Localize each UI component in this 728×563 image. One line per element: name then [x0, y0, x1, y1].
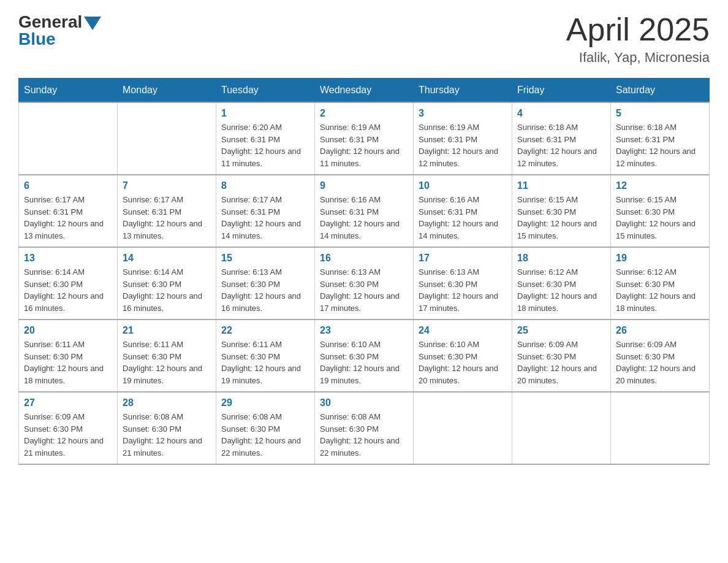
calendar-day-header: Monday: [118, 79, 216, 103]
calendar-cell: 21Sunrise: 6:11 AMSunset: 6:30 PMDayligh…: [118, 320, 216, 392]
day-info: Sunrise: 6:13 AMSunset: 6:30 PMDaylight:…: [320, 266, 408, 314]
day-number: 17: [419, 253, 507, 264]
day-number: 8: [221, 180, 309, 191]
day-info: Sunrise: 6:14 AMSunset: 6:30 PMDaylight:…: [123, 266, 211, 314]
calendar-cell: [118, 102, 216, 175]
day-info: Sunrise: 6:12 AMSunset: 6:30 PMDaylight:…: [616, 266, 704, 314]
calendar-cell: 25Sunrise: 6:09 AMSunset: 6:30 PMDayligh…: [512, 320, 611, 392]
day-number: 12: [616, 180, 704, 191]
day-number: 1: [221, 108, 309, 119]
calendar-cell: 7Sunrise: 6:17 AMSunset: 6:31 PMDaylight…: [118, 175, 216, 247]
calendar-day-header: Thursday: [414, 79, 512, 103]
calendar-cell: [512, 392, 611, 464]
calendar-week-row: 1Sunrise: 6:20 AMSunset: 6:31 PMDaylight…: [19, 102, 710, 175]
calendar-cell: 1Sunrise: 6:20 AMSunset: 6:31 PMDaylight…: [216, 102, 315, 175]
calendar-table: SundayMondayTuesdayWednesdayThursdayFrid…: [18, 78, 710, 465]
page-header: General Blue April 2025 Ifalik, Yap, Mic…: [18, 12, 710, 66]
day-number: 30: [320, 397, 408, 408]
title-section: April 2025 Ifalik, Yap, Micronesia: [566, 12, 710, 66]
day-number: 28: [123, 397, 211, 408]
calendar-day-header: Sunday: [19, 79, 118, 103]
day-info: Sunrise: 6:18 AMSunset: 6:31 PMDaylight:…: [616, 121, 704, 169]
calendar-week-row: 13Sunrise: 6:14 AMSunset: 6:30 PMDayligh…: [19, 247, 710, 320]
main-title: April 2025: [566, 12, 710, 47]
day-number: 6: [24, 180, 112, 191]
calendar-week-row: 20Sunrise: 6:11 AMSunset: 6:30 PMDayligh…: [19, 320, 710, 392]
day-info: Sunrise: 6:18 AMSunset: 6:31 PMDaylight:…: [517, 121, 605, 169]
day-number: 9: [320, 180, 408, 191]
calendar-cell: 23Sunrise: 6:10 AMSunset: 6:30 PMDayligh…: [315, 320, 414, 392]
calendar-cell: 8Sunrise: 6:17 AMSunset: 6:31 PMDaylight…: [216, 175, 315, 247]
day-number: 29: [221, 397, 309, 408]
calendar-cell: 14Sunrise: 6:14 AMSunset: 6:30 PMDayligh…: [118, 247, 216, 320]
day-info: Sunrise: 6:11 AMSunset: 6:30 PMDaylight:…: [123, 339, 211, 386]
day-info: Sunrise: 6:13 AMSunset: 6:30 PMDaylight:…: [221, 266, 309, 314]
day-info: Sunrise: 6:15 AMSunset: 6:30 PMDaylight:…: [616, 194, 704, 242]
calendar-day-header: Tuesday: [216, 79, 315, 103]
calendar-cell: 3Sunrise: 6:19 AMSunset: 6:31 PMDaylight…: [414, 102, 512, 175]
calendar-cell: 10Sunrise: 6:16 AMSunset: 6:31 PMDayligh…: [414, 175, 512, 247]
calendar-cell: [611, 392, 710, 464]
calendar-cell: 15Sunrise: 6:13 AMSunset: 6:30 PMDayligh…: [216, 247, 315, 320]
calendar-header-row: SundayMondayTuesdayWednesdayThursdayFrid…: [19, 79, 710, 103]
day-number: 25: [517, 325, 605, 336]
day-info: Sunrise: 6:14 AMSunset: 6:30 PMDaylight:…: [24, 266, 112, 314]
day-number: 14: [123, 253, 211, 264]
calendar-cell: [19, 102, 118, 175]
calendar-cell: 22Sunrise: 6:11 AMSunset: 6:30 PMDayligh…: [216, 320, 315, 392]
calendar-cell: 19Sunrise: 6:12 AMSunset: 6:30 PMDayligh…: [611, 247, 710, 320]
day-info: Sunrise: 6:16 AMSunset: 6:31 PMDaylight:…: [320, 194, 408, 242]
calendar-cell: 20Sunrise: 6:11 AMSunset: 6:30 PMDayligh…: [19, 320, 118, 392]
calendar-cell: 28Sunrise: 6:08 AMSunset: 6:30 PMDayligh…: [118, 392, 216, 464]
day-number: 15: [221, 253, 309, 264]
calendar-cell: 29Sunrise: 6:08 AMSunset: 6:30 PMDayligh…: [216, 392, 315, 464]
calendar-cell: 9Sunrise: 6:16 AMSunset: 6:31 PMDaylight…: [315, 175, 414, 247]
calendar-cell: 26Sunrise: 6:09 AMSunset: 6:30 PMDayligh…: [611, 320, 710, 392]
calendar-day-header: Saturday: [611, 79, 710, 103]
calendar-cell: 17Sunrise: 6:13 AMSunset: 6:30 PMDayligh…: [414, 247, 512, 320]
day-number: 2: [320, 108, 408, 119]
calendar-cell: 11Sunrise: 6:15 AMSunset: 6:30 PMDayligh…: [512, 175, 611, 247]
day-number: 21: [123, 325, 211, 336]
day-info: Sunrise: 6:20 AMSunset: 6:31 PMDaylight:…: [221, 121, 309, 169]
calendar-cell: 6Sunrise: 6:17 AMSunset: 6:31 PMDaylight…: [19, 175, 118, 247]
day-info: Sunrise: 6:19 AMSunset: 6:31 PMDaylight:…: [419, 121, 507, 169]
day-number: 16: [320, 253, 408, 264]
day-info: Sunrise: 6:09 AMSunset: 6:30 PMDaylight:…: [616, 339, 704, 386]
day-info: Sunrise: 6:17 AMSunset: 6:31 PMDaylight:…: [24, 194, 112, 242]
day-info: Sunrise: 6:17 AMSunset: 6:31 PMDaylight:…: [221, 194, 309, 242]
day-info: Sunrise: 6:08 AMSunset: 6:30 PMDaylight:…: [320, 411, 408, 459]
day-number: 10: [419, 180, 507, 191]
calendar-week-row: 27Sunrise: 6:09 AMSunset: 6:30 PMDayligh…: [19, 392, 710, 464]
day-info: Sunrise: 6:10 AMSunset: 6:30 PMDaylight:…: [320, 339, 408, 386]
day-number: 22: [221, 325, 309, 336]
day-number: 7: [123, 180, 211, 191]
calendar-cell: 30Sunrise: 6:08 AMSunset: 6:30 PMDayligh…: [315, 392, 414, 464]
day-info: Sunrise: 6:09 AMSunset: 6:30 PMDaylight:…: [517, 339, 605, 386]
day-number: 26: [616, 325, 704, 336]
day-info: Sunrise: 6:12 AMSunset: 6:30 PMDaylight:…: [517, 266, 605, 314]
logo-arrow-icon: [84, 17, 101, 30]
day-info: Sunrise: 6:11 AMSunset: 6:30 PMDaylight:…: [24, 339, 112, 386]
day-info: Sunrise: 6:08 AMSunset: 6:30 PMDaylight:…: [123, 411, 211, 459]
day-info: Sunrise: 6:16 AMSunset: 6:31 PMDaylight:…: [419, 194, 507, 242]
logo: General Blue: [18, 12, 101, 49]
calendar-cell: 27Sunrise: 6:09 AMSunset: 6:30 PMDayligh…: [19, 392, 118, 464]
calendar-cell: 16Sunrise: 6:13 AMSunset: 6:30 PMDayligh…: [315, 247, 414, 320]
day-info: Sunrise: 6:09 AMSunset: 6:30 PMDaylight:…: [24, 411, 112, 459]
calendar-cell: [414, 392, 512, 464]
calendar-cell: 18Sunrise: 6:12 AMSunset: 6:30 PMDayligh…: [512, 247, 611, 320]
calendar-cell: 4Sunrise: 6:18 AMSunset: 6:31 PMDaylight…: [512, 102, 611, 175]
calendar-week-row: 6Sunrise: 6:17 AMSunset: 6:31 PMDaylight…: [19, 175, 710, 247]
calendar-cell: 24Sunrise: 6:10 AMSunset: 6:30 PMDayligh…: [414, 320, 512, 392]
day-info: Sunrise: 6:11 AMSunset: 6:30 PMDaylight:…: [221, 339, 309, 386]
day-number: 18: [517, 253, 605, 264]
calendar-cell: 2Sunrise: 6:19 AMSunset: 6:31 PMDaylight…: [315, 102, 414, 175]
calendar-day-header: Friday: [512, 79, 611, 103]
calendar-cell: 5Sunrise: 6:18 AMSunset: 6:31 PMDaylight…: [611, 102, 710, 175]
day-info: Sunrise: 6:13 AMSunset: 6:30 PMDaylight:…: [419, 266, 507, 314]
calendar-cell: 12Sunrise: 6:15 AMSunset: 6:30 PMDayligh…: [611, 175, 710, 247]
day-info: Sunrise: 6:15 AMSunset: 6:30 PMDaylight:…: [517, 194, 605, 242]
day-number: 3: [419, 108, 507, 119]
location-subtitle: Ifalik, Yap, Micronesia: [566, 50, 710, 66]
